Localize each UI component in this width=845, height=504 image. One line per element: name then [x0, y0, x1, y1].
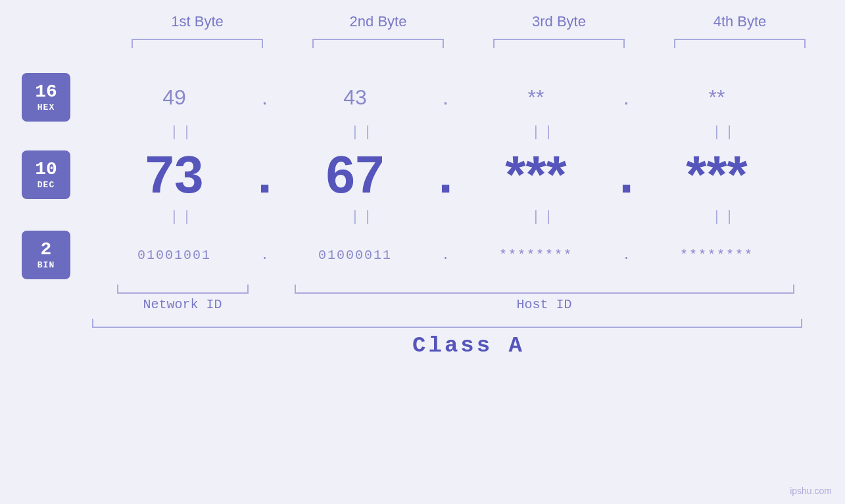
- big-bracket-row: [0, 319, 845, 328]
- bottom-brackets-row: [0, 285, 845, 294]
- bin-badge-col: 2 BIN: [0, 231, 92, 279]
- byte3-header: 3rd Byte: [469, 13, 650, 30]
- dec-byte4: ***: [635, 145, 799, 205]
- bin-badge-label: BIN: [37, 260, 55, 270]
- hex-byte2: 43: [273, 85, 437, 110]
- hex-dot3: .: [618, 85, 635, 110]
- bracket-line-4: [674, 39, 806, 48]
- bin-badge-number: 2: [41, 240, 52, 260]
- eq7: ||: [454, 209, 635, 225]
- bin-byte2: 01000011: [273, 248, 437, 263]
- hex-dot2: .: [437, 85, 454, 110]
- footer-text: ipshu.com: [790, 486, 832, 496]
- bracket-byte3: [469, 37, 650, 50]
- dec-dot3: .: [618, 145, 635, 205]
- hex-dot1: .: [256, 85, 273, 110]
- dec-byte3: ***: [454, 145, 618, 205]
- hex-values-row: 49 . 43 . ** . **: [92, 85, 845, 110]
- bracket-line-1: [132, 39, 263, 48]
- host-id-label: Host ID: [273, 297, 815, 312]
- hex-badge-col: 16 HEX: [0, 73, 92, 122]
- dec-values-row: 73 . 67 . *** . ***: [92, 145, 845, 205]
- bracket-byte2: [288, 37, 469, 50]
- eq6: ||: [273, 209, 454, 225]
- hex-badge: 16 HEX: [22, 73, 70, 122]
- bracket-byte1: [107, 37, 288, 50]
- eq8: ||: [635, 209, 815, 225]
- hex-badge-number: 16: [35, 82, 57, 103]
- main-container: 1st Byte 2nd Byte 3rd Byte 4th Byte 16 H…: [0, 0, 845, 504]
- byte2-header: 2nd Byte: [288, 13, 469, 30]
- equals-row-2: || || || ||: [0, 209, 845, 225]
- eq3: ||: [454, 124, 635, 141]
- bin-values-row: 01001001 . 01000011 . ******** . *******…: [92, 248, 845, 263]
- bin-byte3: ********: [454, 248, 618, 263]
- byte-headers-row: 1st Byte 2nd Byte 3rd Byte 4th Byte: [0, 13, 845, 30]
- class-row: Class A: [0, 333, 845, 358]
- dec-badge-col: 10 DEC: [0, 150, 92, 199]
- hex-byte1: 49: [92, 85, 256, 110]
- bottom-bracket-network: [92, 285, 273, 294]
- bracket-host-line: [295, 285, 794, 294]
- bin-dot3: .: [618, 248, 635, 263]
- eq1: ||: [92, 124, 273, 141]
- byte4-header: 4th Byte: [650, 13, 831, 30]
- hex-badge-label: HEX: [37, 103, 55, 112]
- bin-dot2: .: [437, 248, 454, 263]
- bin-dot1: .: [256, 248, 273, 263]
- bracket-network-line: [117, 285, 249, 294]
- bracket-line-3: [493, 39, 625, 48]
- dec-byte2: 67: [273, 145, 437, 205]
- big-bracket-line: [92, 319, 802, 328]
- dec-badge: 10 DEC: [22, 150, 70, 199]
- dec-byte1: 73: [92, 145, 256, 205]
- bracket-line-2: [312, 39, 444, 48]
- bracket-byte4: [650, 37, 831, 50]
- id-labels-row: Network ID Host ID: [0, 297, 845, 312]
- hex-byte3: **: [454, 85, 618, 110]
- bin-byte4: ********: [635, 248, 799, 263]
- hex-byte4: **: [635, 85, 799, 110]
- dec-dot2: .: [437, 145, 454, 205]
- bin-section: 2 BIN 01001001 . 01000011 . ******** . *…: [0, 231, 845, 279]
- byte1-header: 1st Byte: [107, 13, 288, 30]
- dec-badge-number: 10: [35, 160, 57, 180]
- eq2: ||: [273, 124, 454, 141]
- footer: ipshu.com: [790, 486, 832, 496]
- equals-row-1: || || || ||: [0, 124, 845, 141]
- top-brackets-row: [0, 37, 845, 50]
- eq5: ||: [92, 209, 273, 225]
- network-id-label: Network ID: [92, 297, 273, 312]
- eq4: ||: [635, 124, 815, 141]
- dec-dot1: .: [256, 145, 273, 205]
- dec-badge-label: DEC: [37, 180, 55, 190]
- bottom-bracket-host: [273, 285, 815, 294]
- class-label: Class A: [412, 333, 525, 358]
- dec-section: 10 DEC 73 . 67 . *** . ***: [0, 145, 845, 205]
- bin-byte1: 01001001: [92, 248, 256, 263]
- hex-section: 16 HEX 49 . 43 . ** . **: [0, 73, 845, 122]
- bin-badge: 2 BIN: [22, 231, 70, 279]
